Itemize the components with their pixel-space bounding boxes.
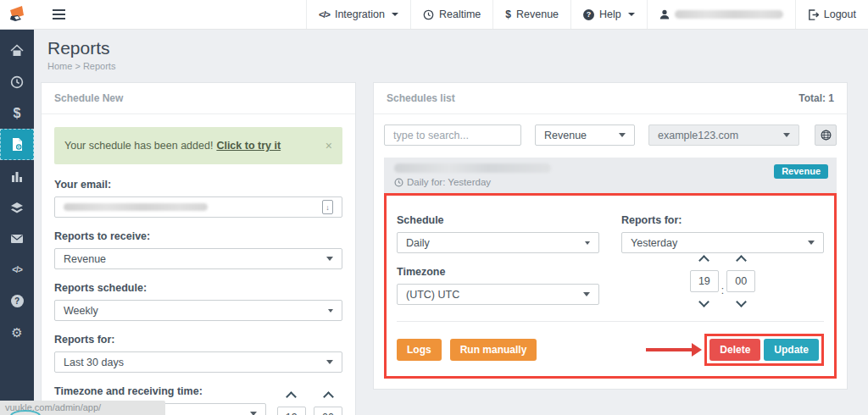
minute-up-icon[interactable] [736,255,747,266]
chevron-down-icon [628,13,635,16]
reports-receive-value: Revenue [64,253,106,265]
sidebar-item-analytics[interactable] [0,160,34,191]
schedule-new-title: Schedule New [54,92,123,104]
sidebar-item-mail[interactable] [0,223,34,254]
schedule-new-header: Schedule New [42,83,355,114]
search-input[interactable] [384,125,521,146]
sidebar-item-home[interactable] [0,35,34,66]
sidebar-item-revenue[interactable]: $ [0,97,34,129]
schedule-summary: Daily for: Yesterday [407,177,491,187]
site-filter-select[interactable]: example123.com [648,125,799,146]
nav-help[interactable]: ? Help [570,0,647,29]
nav-integration-label: Integration [335,8,385,20]
schedules-list-title: Schedules list [387,92,455,104]
hamburger-menu-icon[interactable] [53,0,86,29]
layers-icon [10,202,24,213]
item-timezone-select[interactable]: (UTC) UTC [397,284,599,305]
sidebar-item-realtime[interactable] [0,66,34,97]
item-minute-input[interactable]: 00 [726,270,755,292]
minute-up-icon[interactable] [323,391,334,402]
chevron-down-icon [619,133,626,137]
nav-realtime-label: Realtime [439,8,481,20]
home-icon [10,44,24,57]
code-icon: </> [12,265,21,274]
site-filter-value: example123.com [658,130,738,141]
nav-revenue[interactable]: $ Revenue [492,0,570,29]
minute-input[interactable]: 00 [314,407,342,415]
nav-realtime[interactable]: Realtime [410,0,492,29]
envelope-icon [10,234,24,244]
schedule-item-header[interactable]: Daily for: Yesterday Revenue [384,158,837,193]
red-annotation-button-box: Delete Update [704,334,824,366]
question-icon: ? [583,9,594,20]
hour-down-icon[interactable] [698,296,709,307]
sidebar-item-integration[interactable]: </> [0,254,34,285]
item-schedule-select[interactable]: Daily [397,232,599,253]
site-globe-button[interactable] [815,125,837,146]
breadcrumb-separator: > [75,61,80,71]
redacted-schedule-email [394,163,551,173]
hour-up-icon[interactable] [698,255,709,266]
item-reports-for-label: Reports for: [621,214,824,226]
chevron-down-icon [328,309,333,313]
sidebar-item-layers[interactable] [0,191,34,223]
item-schedule-value: Daily [406,237,430,249]
update-button[interactable]: Update [764,339,819,361]
main-content: Reports Home > Reports Schedule New Your… [34,30,868,415]
dollar-icon: $ [505,8,511,20]
item-reports-for-select[interactable]: Yesterday [621,232,824,253]
page-title: Reports [47,38,848,58]
vuukle-logo[interactable] [0,0,34,29]
contact-autofill-icon[interactable]: ↓ [322,200,333,214]
filter-row: Revenue example123.com [384,125,837,146]
item-timezone-value: (UTC) UTC [406,289,459,301]
logs-button[interactable]: Logs [397,339,442,361]
reports-for-select[interactable]: Last 30 days [54,351,342,373]
alert-try-link[interactable]: Click to try it [216,140,281,152]
sidebar-item-settings[interactable]: ⚙ [0,317,34,348]
reports-schedule-label: Reports schedule: [54,282,342,294]
type-filter-select[interactable]: Revenue [535,125,635,146]
globe-icon [821,130,832,141]
question-icon: ? [11,295,24,307]
run-manually-button[interactable]: Run manually [450,339,537,361]
schedules-total: Total: 1 [798,92,834,104]
nav-logout-label: Logout [824,8,856,20]
chevron-down-icon [326,257,333,261]
item-reports-for-value: Yesterday [631,237,677,249]
sidebar-item-help[interactable]: ? [0,285,34,317]
vuukle-logo-icon [8,5,26,24]
schedule-new-panel: Schedule New Your schedule has been adde… [41,82,356,415]
schedules-list-header: Schedules list Total: 1 [374,83,847,114]
hour-up-icon[interactable] [286,391,297,402]
dollar-icon: $ [14,106,21,121]
item-schedule-label: Schedule [397,214,599,226]
sidebar-item-reports[interactable] [0,129,34,160]
item-hour-input[interactable]: 19 [690,270,719,292]
minute-down-icon[interactable] [736,296,747,307]
revenue-badge: Revenue [774,164,828,179]
close-icon[interactable]: × [326,139,332,152]
page-head: Reports Home > Reports [41,38,848,71]
breadcrumb-home[interactable]: Home [47,61,72,71]
chevron-down-icon [392,13,398,16]
left-sidebar: $ </> ? ⚙ [0,30,34,415]
nav-logout[interactable]: Logout [795,0,868,29]
nav-integration[interactable]: </> Integration [306,0,410,29]
reports-schedule-select[interactable]: Weekly [54,300,342,321]
user-icon [659,9,670,19]
email-label: Your email: [54,179,342,191]
alert-text: Your schedule has been added! [64,140,213,152]
item-time-widget: 19 : 00 [621,257,824,306]
nav-user[interactable] [647,0,795,29]
nav-help-label: Help [599,8,621,20]
hour-input[interactable]: 19 [277,407,306,415]
reports-schedule-value: Weekly [64,305,98,317]
type-filter-value: Revenue [544,130,587,141]
clock-icon [423,9,434,20]
delete-button[interactable]: Delete [709,339,760,361]
logout-icon [808,9,819,20]
email-field[interactable]: ↓ [54,196,342,218]
reports-receive-select[interactable]: Revenue [54,248,342,269]
receiving-time-widget: 19 : 00 [277,393,342,415]
